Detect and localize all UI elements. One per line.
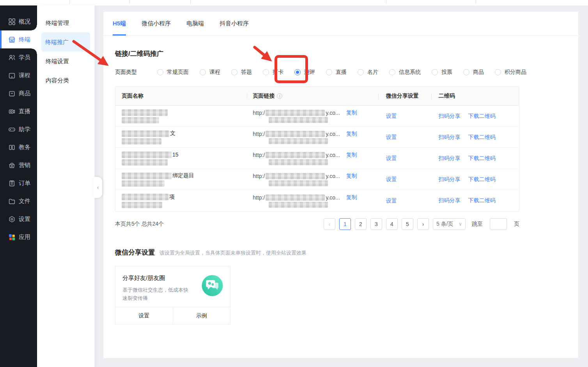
scan-share-link[interactable]: 扫码分享 [438,113,460,120]
download-qr-link[interactable]: 下载二维码 [468,155,495,162]
sidebar-item-goods[interactable]: 商品 [0,84,37,102]
share-card-example-button[interactable]: 示例 [173,307,230,324]
blurred-link [266,152,325,158]
radio-icon [432,69,438,75]
sidebar-item-study-aid[interactable]: 助学 [0,120,37,138]
page-type-option-checkin[interactable]: 打卡 [263,69,283,76]
sidebar-item-terminal[interactable]: 终端 [0,30,37,48]
study-gamepad-icon [8,126,16,133]
blurred-link [266,173,325,179]
promo-table: 页面名称 页面链接 i 微信分享设置 二维码 http:/y.co...复制 设… [115,86,519,212]
tab-divider [386,0,386,4]
subnav-content-category[interactable]: 内容分类 [37,71,94,90]
table-header: 页面名称 页面链接 i 微信分享设置 二维码 [115,87,519,106]
sidebar-item-label: 教务 [19,144,30,151]
copy-link-button[interactable]: 复制 [346,194,357,201]
jump-to-label: 跳至 [472,221,483,228]
blurred-name [122,151,172,158]
share-card-setting-button[interactable]: 设置 [115,307,173,324]
subnav-terminal-manage[interactable]: 终端管理 [37,13,94,32]
page-type-option-vote[interactable]: 投票 [432,69,452,76]
next-page-button[interactable]: › [417,218,429,230]
blurred-name [122,130,169,137]
download-qr-link[interactable]: 下载二维码 [468,113,495,120]
copy-link-button[interactable]: 复制 [346,151,357,159]
sidebar-item-academic[interactable]: 教务 [0,138,37,156]
content-area: H5端 微信小程序 电脑端 抖音小程序 链接/二维码推广 页面类型 常规页面 课… [95,5,588,367]
share-card-description: 基于微信社交生态，低成本快速裂变传播 [115,282,192,303]
blurred-link [269,180,328,186]
page-type-option-assessment-selected[interactable]: 测评 [294,69,315,76]
sidebar-item-marketing[interactable]: 营销 [0,156,37,174]
scan-share-link[interactable]: 扫码分享 [438,155,460,162]
sidebar-item-settings[interactable]: 设置 [0,210,37,228]
sidebar-item-apps[interactable]: 应用 [0,228,37,246]
copy-link-button[interactable]: 复制 [346,130,357,137]
page-type-option-regular[interactable]: 常规页面 [157,69,189,76]
copy-link-button[interactable]: 复制 [346,173,357,180]
share-setting-link[interactable]: 设置 [386,198,397,204]
share-setting-link[interactable]: 设置 [386,176,397,182]
info-icon[interactable]: i [277,93,282,99]
tab-pc[interactable]: 电脑端 [186,12,204,36]
page-type-option-info-system[interactable]: 信息系统 [389,69,421,76]
tab-wechat-miniprogram[interactable]: 微信小程序 [142,12,171,36]
download-qr-link[interactable]: 下载二维码 [468,197,495,204]
tab-h5[interactable]: H5端 [113,12,126,36]
sidebar-item-live[interactable]: 直播 [0,102,37,120]
tab-douyin-miniprogram[interactable]: 抖音小程序 [220,12,249,36]
table-row: 文 http:/y.co...复制 设置 扫码分享下载二维码 [115,127,519,148]
page-size-select[interactable]: 5 条/页 ∨ [433,218,466,230]
page-type-option-quiz[interactable]: 答题 [231,69,252,76]
sidebar-item-files[interactable]: 文件 [0,192,37,210]
share-setting-link[interactable]: 设置 [386,134,397,140]
radio-icon [231,69,237,75]
share-setting-link[interactable]: 设置 [386,155,397,161]
goods-bag-icon [8,90,16,97]
page-summary: 本页共5个 总共24个 [115,221,164,228]
page-type-option-goods[interactable]: 商品 [463,69,484,76]
tab-divider [129,0,130,4]
sidebar-item-students[interactable]: 学员 [0,48,37,66]
blurred-name [122,194,168,200]
wechat-share-section-header: 微信分享设置 该设置为全局设置，当具体页面未单独设置时，使用全站设置效果 [115,248,578,257]
sidebar-item-courses[interactable]: 课程 [0,66,37,84]
page-type-option-live[interactable]: 直播 [326,69,347,76]
terminal-store-icon [8,36,16,43]
page-type-label: 页面类型 [115,69,137,76]
jump-page-input[interactable] [490,218,507,230]
sidebar-item-orders[interactable]: 订单 [0,174,37,192]
wechat-share-card: 分享好友/朋友圈 基于微信社交生态，低成本快速裂变传播 [115,266,230,324]
radio-icon [263,69,269,75]
wechat-icon [201,274,223,297]
download-qr-link[interactable]: 下载二维码 [468,134,495,141]
apps-colored-icon [8,233,16,241]
page-button-2[interactable]: 2 [355,218,367,230]
page-type-option-card[interactable]: 名片 [358,69,378,76]
prev-page-button[interactable]: ‹ [324,218,335,230]
radio-selected-icon [294,69,301,75]
sidebar-collapse-handle[interactable]: ‹ [94,177,102,198]
chevron-down-icon: ∨ [459,221,462,227]
page-button-4[interactable]: 4 [386,218,398,230]
share-setting-link[interactable]: 设置 [386,113,397,119]
scan-share-link[interactable]: 扫码分享 [438,197,460,204]
blurred-link [266,131,325,137]
page-button-1[interactable]: 1 [339,218,351,230]
radio-icon [200,69,206,75]
subnav-terminal-promotion[interactable]: 终端推广 [41,32,90,52]
page-type-option-course[interactable]: 课程 [200,69,220,76]
chevron-right-icon: › [422,221,424,227]
scan-share-link[interactable]: 扫码分享 [438,134,460,141]
radio-icon [157,69,163,75]
download-qr-link[interactable]: 下载二维码 [468,176,495,183]
subnav-terminal-settings[interactable]: 终端设置 [37,52,94,71]
settings-gear-icon [8,216,16,223]
scan-share-link[interactable]: 扫码分享 [438,176,460,183]
page-button-3[interactable]: 3 [370,218,382,230]
blurred-name [122,202,162,208]
wechat-share-note: 该设置为全局设置，当具体页面未单独设置时，使用全站设置效果 [159,249,306,257]
page-button-5[interactable]: 5 [402,218,413,230]
copy-link-button[interactable]: 复制 [346,109,357,116]
page-type-option-points-goods[interactable]: 积分商品 [495,69,526,76]
